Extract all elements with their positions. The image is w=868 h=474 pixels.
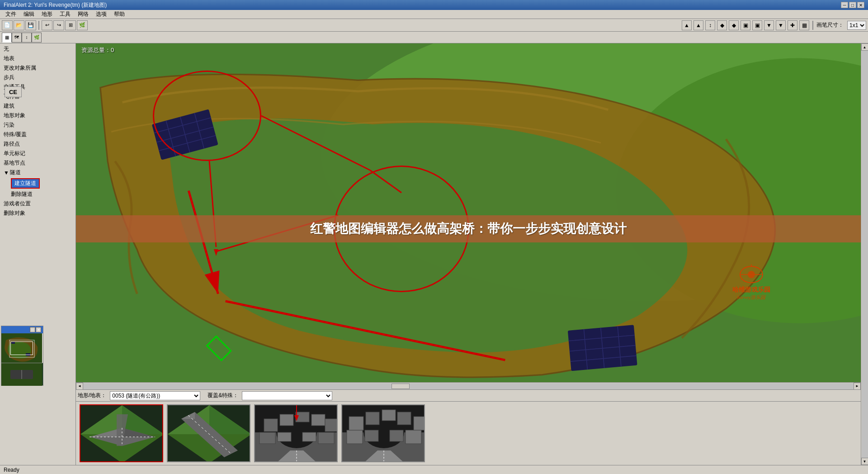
minimize-button[interactable]: ─ [841, 2, 848, 8]
maximize-button[interactable]: □ [849, 2, 856, 8]
move-arrows-icon[interactable]: ↕ [705, 20, 715, 30]
menu-file[interactable]: 文件 [2, 9, 20, 19]
brush-size-select[interactable]: 1x1 3x3 5x5 [847, 21, 866, 30]
tab-map[interactable]: 🗺 [12, 33, 22, 43]
terrain-select[interactable]: 0053 (隧道(有公路)) 0054 (隧道(有公路)) [110, 391, 200, 400]
toolbar1: 📄 📂 💾 ↩ ↪ ⊞ 🌿 ▲ ▲ ↕ ◆ ◆ ▣ ▣ ▼ ▼ ✚ ▦ 画笔尺寸… [0, 19, 868, 32]
sidebar-item-delete-objects[interactable]: 删除对象 [0, 209, 75, 218]
scroll-left-button[interactable]: ◄ [76, 383, 83, 390]
sidebar-item-tunnel[interactable]: ▼隧道 [0, 168, 75, 177]
svg-rect-74 [397, 412, 411, 425]
sidebar-item-base-nodes[interactable]: 基地节点 [0, 158, 75, 168]
sidebar-item-cell-tags[interactable]: 单元标记 [0, 149, 75, 158]
minimap-zoom [1, 363, 42, 386]
minimap-minimize[interactable]: ─ [30, 327, 35, 332]
menu-help[interactable]: 帮助 [110, 9, 128, 19]
sidebar-item-special[interactable]: 特殊/覆盖 [0, 130, 75, 139]
tab-height[interactable]: ↕ [22, 33, 32, 43]
vertical-scrollbar[interactable]: ▲ ▼ [861, 43, 868, 465]
svg-rect-59 [325, 419, 338, 431]
scroll-thumb[interactable] [392, 384, 410, 389]
svg-rect-71 [349, 417, 363, 430]
menu-tools[interactable]: 工具 [56, 9, 74, 19]
svg-rect-75 [414, 417, 425, 430]
scroll-right-button[interactable]: ► [854, 383, 861, 390]
undo-button[interactable]: ↩ [42, 20, 52, 30]
minimap-controls: ─ ✕ [30, 327, 41, 332]
sidebar-item-none[interactable]: 无 [0, 44, 75, 54]
toolbar-right: ▲ ▲ ↕ ◆ ◆ ▣ ▣ ▼ ▼ ✚ ▦ 画笔尺寸： 1x1 3x3 5x5 [682, 20, 866, 30]
svg-rect-80 [26, 353, 30, 356]
minimap-close[interactable]: ✕ [36, 327, 41, 332]
watermark-logo [738, 263, 765, 286]
brush-size-label: 画笔尺寸： [816, 21, 844, 29]
terrain2-icon[interactable]: ▣ [752, 20, 762, 30]
sidebar-item-delete-tunnel[interactable]: 删除隧道 [0, 190, 75, 199]
main-area: CE 无 地表 更改对象所属 步兵 交通工具 飞行器 建筑 地形对象 污染 特殊… [0, 43, 868, 465]
redo-button[interactable]: ↪ [53, 20, 64, 30]
sidebar-item-pollution[interactable]: 污染 [0, 120, 75, 130]
statusbar: Ready [0, 465, 868, 474]
minimap-extra [1, 363, 43, 385]
thumbnail-1[interactable] [80, 404, 163, 462]
svg-rect-54 [302, 432, 316, 441]
separator [38, 21, 39, 30]
sidebar-item-terrain-objects[interactable]: 地形对象 [0, 111, 75, 120]
move-up-icon[interactable]: ▲ [682, 20, 692, 30]
diamond2-icon[interactable]: ◆ [729, 20, 739, 30]
svg-rect-69 [406, 430, 421, 444]
open-button[interactable]: 📂 [14, 20, 24, 30]
menu-network[interactable]: 网络 [74, 9, 92, 19]
zoom-in-button[interactable]: 🌿 [77, 20, 88, 30]
tab-terrain[interactable]: ▦ [2, 33, 12, 43]
sidebar-item-waypoints[interactable]: 路径点 [0, 139, 75, 149]
map-svg [76, 43, 861, 382]
diamond-icon[interactable]: ◆ [717, 20, 727, 30]
svg-rect-67 [347, 430, 363, 444]
thumbnail-4[interactable] [341, 404, 425, 462]
move-down-icon[interactable]: ▼ [764, 20, 774, 30]
bottom-panel: 地形/地表： 0053 (隧道(有公路)) 0054 (隧道(有公路)) 覆盖&… [76, 389, 861, 465]
move-up2-icon[interactable]: ▲ [693, 20, 703, 30]
scroll-track[interactable] [83, 383, 854, 389]
minimap-titlebar: ─ ✕ [1, 326, 43, 333]
close-button[interactable]: ✕ [857, 2, 864, 8]
sidebar-item-change-owner[interactable]: 更改对象所属 [0, 63, 75, 73]
titlebar-title: FinalAlert 2: Yuri's Revenge(tm) (新建地图) [4, 1, 107, 9]
thumbnail-3[interactable] [254, 404, 338, 462]
menu-edit[interactable]: 编辑 [20, 9, 38, 19]
minimap-content[interactable] [1, 333, 42, 363]
svg-rect-79 [11, 341, 15, 344]
scroll-vertical-track[interactable] [862, 51, 868, 458]
menu-options[interactable]: 选项 [92, 9, 110, 19]
watermark-brand: 哈维游戏乐园 [732, 286, 770, 294]
build-tunnel-label: 建立隧道 [11, 178, 40, 189]
file-buttons: 📄 📂 💾 ↩ ↪ ⊞ 🌿 [2, 20, 88, 30]
scroll-up-button[interactable]: ▲ [861, 43, 868, 51]
sidebar-item-infantry[interactable]: 步兵 [0, 73, 75, 82]
new-button[interactable]: 📄 [2, 20, 13, 30]
plus-icon[interactable]: ✚ [788, 20, 797, 30]
grid-button[interactable]: ⊞ [65, 20, 76, 30]
menu-terrain[interactable]: 地形 [38, 9, 56, 19]
banner-text: 红警地图编辑器怎么做高架桥：带你一步步实现创意设计 [310, 220, 627, 237]
move-down2-icon[interactable]: ▼ [776, 20, 786, 30]
banner-overlay: 红警地图编辑器怎么做高架桥：带你一步步实现创意设计 [76, 215, 861, 242]
overlay-select[interactable] [242, 391, 332, 400]
terrain-label: 地形/地表： [78, 392, 106, 399]
sidebar-item-buildings[interactable]: 建筑 [0, 101, 75, 111]
sidebar-item-surface[interactable]: 地表 [0, 54, 75, 63]
map-area[interactable]: 资源总量：0 红警地图编辑器怎么做高架桥：带你一步步实现创意设计 [76, 43, 861, 382]
thumbnail-2[interactable] [167, 404, 250, 462]
horizontal-scrollbar[interactable]: ◄ ► [76, 382, 861, 389]
toolbar2: ▦ 🗺 ↕ 🌿 [0, 32, 868, 43]
scroll-down-button[interactable]: ▼ [861, 458, 868, 465]
svg-rect-56 [280, 414, 293, 426]
sidebar-item-player-positions[interactable]: 游戏者位置 [0, 199, 75, 209]
grid2-icon[interactable]: ▦ [799, 20, 809, 30]
sidebar-item-build-tunnel[interactable]: 建立隧道 [0, 177, 75, 190]
terrain-icon[interactable]: ▣ [741, 20, 750, 30]
save-button[interactable]: 💾 [25, 20, 36, 30]
tab-foliage[interactable]: 🌿 [32, 33, 42, 43]
svg-rect-72 [366, 412, 379, 425]
